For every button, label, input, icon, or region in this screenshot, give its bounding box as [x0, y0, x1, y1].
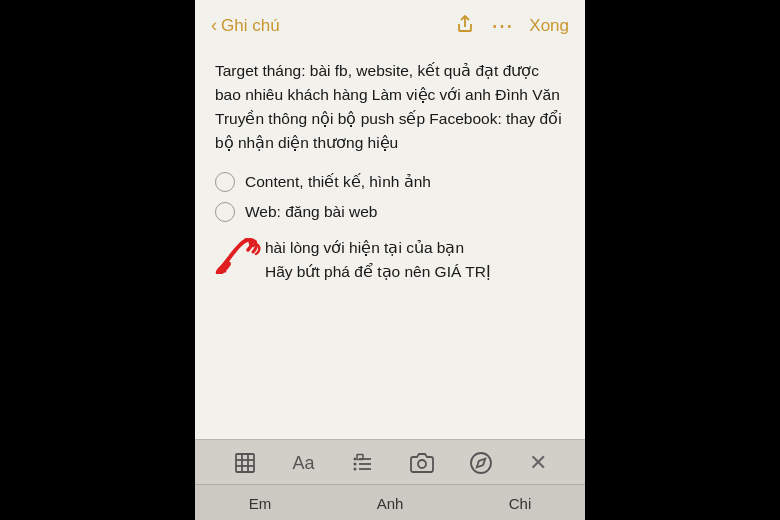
svg-point-14: [471, 453, 491, 473]
svg-marker-15: [477, 459, 485, 467]
svg-point-6: [354, 458, 357, 461]
nav-right: ⋯ Xong: [455, 12, 569, 39]
share-icon[interactable]: [455, 12, 475, 39]
back-label[interactable]: Ghi chú: [221, 16, 280, 36]
ime-key-anh[interactable]: Anh: [325, 493, 455, 514]
compass-icon[interactable]: [469, 451, 493, 475]
svg-rect-12: [357, 455, 363, 460]
checklist-item-1[interactable]: Content, thiết kế, hình ảnh: [215, 171, 565, 193]
ime-key-em[interactable]: Em: [195, 493, 325, 514]
svg-point-8: [354, 463, 357, 466]
back-arrow-icon[interactable]: ‹: [211, 15, 217, 36]
camera-icon[interactable]: [410, 451, 434, 475]
svg-rect-1: [236, 454, 254, 472]
close-icon[interactable]: ✕: [529, 450, 547, 476]
notes-paragraph: Target tháng: bài fb, website, kết quả đ…: [215, 59, 565, 155]
list-icon[interactable]: [350, 451, 374, 475]
ime-key-chi[interactable]: Chi: [455, 493, 585, 514]
motivation-section: hài lòng với hiện tại của bạn Hãy bứt ph…: [215, 236, 565, 283]
svg-point-10: [354, 468, 357, 471]
toolbar: Aa ✕: [195, 439, 585, 484]
nav-bar: ‹ Ghi chú ⋯ Xong: [195, 0, 585, 47]
checklist-label-2: Web: đăng bài web: [245, 201, 377, 223]
checklist-section: Content, thiết kế, hình ảnh Web: đăng bà…: [215, 171, 565, 222]
checkbox-2[interactable]: [215, 202, 235, 222]
checklist-label-1: Content, thiết kế, hình ảnh: [245, 171, 431, 193]
notes-content: Target tháng: bài fb, website, kết quả đ…: [195, 47, 585, 439]
ime-bar: Em Anh Chi: [195, 484, 585, 520]
text-format-icon[interactable]: Aa: [292, 453, 314, 474]
svg-point-13: [418, 460, 426, 468]
motivation-line1: hài lòng với hiện tại của bạn: [265, 239, 464, 256]
motivation-text: hài lòng với hiện tại của bạn Hãy bứt ph…: [265, 236, 565, 283]
checklist-item-2[interactable]: Web: đăng bài web: [215, 201, 565, 223]
motivation-line2: Hãy bứt phá để tạo nên GIÁ TRỊ: [265, 263, 491, 280]
nav-left[interactable]: ‹ Ghi chú: [211, 15, 280, 36]
phone-screen: ‹ Ghi chú ⋯ Xong Target tháng: bài fb, w…: [195, 0, 585, 520]
red-arrow-annotation: [215, 238, 261, 274]
table-icon[interactable]: [233, 451, 257, 475]
done-button[interactable]: Xong: [529, 16, 569, 36]
more-icon[interactable]: ⋯: [491, 13, 513, 39]
checkbox-1[interactable]: [215, 172, 235, 192]
